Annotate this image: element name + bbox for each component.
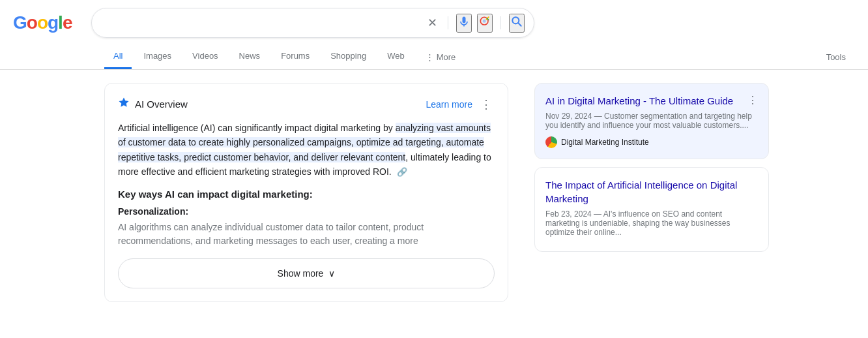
chevron-down-icon: ∨ — [328, 268, 335, 279]
result-2-date: Feb 23, 2024 — AI's influence on SEO and… — [545, 209, 758, 237]
result-1-source: Digital Marketing Institute — [545, 136, 758, 148]
link-icon: 🔗 — [397, 166, 407, 179]
tab-all[interactable]: All — [104, 44, 132, 69]
google-logo: Google — [13, 12, 72, 33]
ai-overview-header: AI Overview Learn more ⋮ — [118, 97, 495, 112]
header: Google How can artificial intelligence i… — [0, 0, 868, 38]
search-submit-button[interactable] — [509, 14, 525, 33]
search-input[interactable]: How can artificial intelligence impact d… — [101, 17, 420, 29]
tab-images[interactable]: Images — [134, 44, 181, 69]
ai-overview-label: AI Overview — [135, 99, 188, 110]
ai-text-before: Artificial intelligence (AI) can signifi… — [118, 123, 396, 133]
tab-forums[interactable]: Forums — [272, 44, 319, 69]
learn-more-link[interactable]: Learn more — [426, 99, 472, 110]
tab-web[interactable]: Web — [378, 44, 414, 69]
result-card-1: AI in Digital Marketing - The Ultimate G… — [534, 83, 769, 159]
search-bar: How can artificial intelligence impact d… — [91, 8, 534, 38]
result-1-title[interactable]: AI in Digital Marketing - The Ultimate G… — [545, 94, 745, 108]
tools-button[interactable]: Tools — [817, 46, 855, 69]
more-tab[interactable]: ⋮ More — [416, 46, 465, 69]
ai-overview-section: AI Overview Learn more ⋮ Artificial inte… — [104, 83, 508, 302]
result-2-title[interactable]: The Impact of Artificial Intelligence on… — [545, 178, 758, 206]
result-card-2: The Impact of Artificial Intelligence on… — [534, 167, 769, 252]
more-label: More — [437, 52, 456, 62]
three-dots-icon: ⋮ — [426, 52, 434, 62]
dmi-logo-icon — [545, 136, 557, 148]
result-1-source-name: Digital Marketing Institute — [561, 138, 649, 147]
ai-overview-actions: Learn more ⋮ — [426, 97, 495, 112]
ai-overview-more-button[interactable]: ⋮ — [478, 97, 495, 112]
svg-point-1 — [483, 19, 486, 22]
show-more-button[interactable]: Show more ∨ — [118, 258, 495, 288]
tab-shopping[interactable]: Shopping — [321, 44, 375, 69]
personalization-heading: Personalization: — [118, 206, 495, 217]
key-ways-heading: Key ways AI can impact digital marketing… — [118, 189, 495, 200]
result-1-date: Nov 29, 2024 — Customer segmentation and… — [545, 112, 758, 130]
ai-overview-body: Artificial intelligence (AI) can signifi… — [118, 121, 495, 179]
ai-diamond-icon — [118, 97, 130, 112]
tab-news[interactable]: News — [230, 44, 270, 69]
result-card-2-header: The Impact of Artificial Intelligence on… — [545, 178, 758, 206]
tab-videos[interactable]: Videos — [183, 44, 227, 69]
search-tabs: All Images Videos News Forums Shopping W… — [0, 44, 868, 70]
svg-line-3 — [519, 23, 522, 26]
right-column: AI in Digital Marketing - The Ultimate G… — [534, 83, 769, 315]
left-column: AI Overview Learn more ⋮ Artificial inte… — [104, 83, 508, 315]
ai-overview-title: AI Overview — [118, 97, 188, 112]
main-content: AI Overview Learn more ⋮ Artificial inte… — [0, 70, 868, 315]
result-1-more-button[interactable]: ⋮ — [747, 94, 758, 106]
divider2 — [500, 16, 501, 29]
clear-search-button[interactable]: ✕ — [425, 16, 440, 30]
lens-search-icon[interactable] — [477, 14, 493, 33]
divider — [448, 16, 448, 29]
show-more-label: Show more — [278, 268, 324, 279]
personalization-text: AI algorithms can analyze individual cus… — [118, 221, 495, 248]
result-card-1-header: AI in Digital Marketing - The Ultimate G… — [545, 94, 758, 108]
voice-search-icon[interactable] — [456, 14, 472, 33]
